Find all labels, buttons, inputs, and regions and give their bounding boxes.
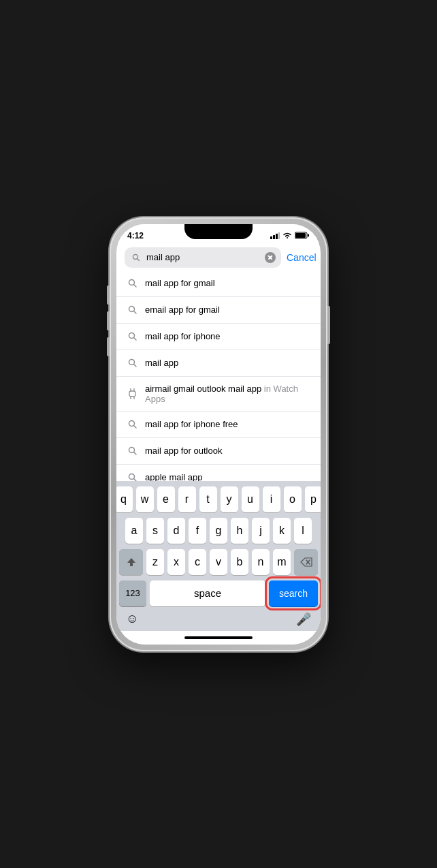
- list-item[interactable]: mail app for outlook: [116, 438, 321, 465]
- suggestion-text: mail app for iphone free: [145, 419, 238, 429]
- keyboard-row-bottom: 123 space search: [119, 580, 318, 606]
- home-bar[interactable]: [184, 636, 253, 639]
- key-z[interactable]: z: [146, 549, 164, 575]
- key-d[interactable]: d: [167, 518, 185, 544]
- search-input[interactable]: [146, 252, 261, 262]
- svg-rect-1: [273, 235, 275, 239]
- search-suggestion-icon: [126, 418, 138, 431]
- key-r[interactable]: r: [178, 486, 196, 512]
- status-icons: [270, 232, 310, 239]
- search-suggestion-icon: [126, 357, 138, 369]
- list-item[interactable]: airmail gmail outlook mail app in Watch …: [116, 377, 321, 412]
- svg-line-12: [133, 311, 136, 314]
- keyboard-row-3: z x c v b n m: [119, 549, 318, 575]
- shift-key[interactable]: [119, 549, 143, 575]
- key-p[interactable]: p: [305, 486, 321, 512]
- svg-rect-3: [278, 232, 280, 239]
- key-b[interactable]: b: [231, 549, 248, 575]
- key-w[interactable]: w: [136, 486, 154, 512]
- signal-icon: [270, 232, 280, 239]
- keyboard-row-2: a s d f g h j k l: [119, 518, 318, 544]
- list-item[interactable]: mail app for iphone free: [116, 412, 321, 438]
- svg-line-25: [133, 452, 136, 455]
- list-item[interactable]: email app for gmail: [116, 297, 321, 324]
- search-suggestion-icon: [126, 445, 138, 457]
- list-item[interactable]: mail app for gmail: [116, 270, 321, 297]
- status-bar: 4:12: [116, 224, 321, 243]
- volume-down-button[interactable]: [107, 311, 110, 330]
- wifi-icon: [282, 232, 292, 239]
- key-m[interactable]: m: [273, 549, 291, 575]
- screen: 4:12: [116, 224, 321, 645]
- svg-rect-2: [276, 234, 278, 239]
- status-time: 4:12: [127, 231, 144, 241]
- svg-rect-6: [308, 234, 309, 237]
- svg-rect-0: [270, 236, 272, 239]
- key-v[interactable]: v: [210, 549, 227, 575]
- keyboard: q w e r t y u i o p a s d f g h j k: [116, 481, 321, 631]
- key-g[interactable]: g: [210, 518, 227, 544]
- svg-line-14: [133, 338, 136, 341]
- microphone-icon[interactable]: 🎤: [296, 612, 311, 627]
- keyboard-row-1: q w e r t y u i o p: [119, 486, 318, 512]
- svg-line-23: [133, 426, 136, 429]
- key-a[interactable]: a: [125, 518, 143, 544]
- emoji-icon[interactable]: ☺: [126, 612, 138, 626]
- search-suggestion-icon: [126, 471, 138, 481]
- suggestion-text: mail app for gmail: [145, 278, 215, 288]
- key-s[interactable]: s: [146, 518, 164, 544]
- svg-rect-5: [295, 233, 306, 238]
- key-f[interactable]: f: [189, 518, 206, 544]
- key-q[interactable]: q: [116, 486, 133, 512]
- suggestion-text: mail app for iphone: [145, 331, 221, 341]
- search-button[interactable]: search: [269, 580, 318, 606]
- list-item[interactable]: mail app: [116, 350, 321, 377]
- search-suggestion-icon: [126, 277, 138, 290]
- list-item[interactable]: mail app for iphone: [116, 324, 321, 350]
- watch-suggestion-icon: [126, 388, 138, 400]
- key-n[interactable]: n: [252, 549, 270, 575]
- cancel-button[interactable]: Cancel: [287, 252, 317, 263]
- suggestion-text: mail app: [145, 358, 178, 368]
- silent-switch[interactable]: [107, 337, 110, 356]
- suggestions-list: mail app for gmail email app for gmail: [116, 270, 321, 481]
- key-e[interactable]: e: [157, 486, 175, 512]
- key-h[interactable]: h: [231, 518, 248, 544]
- suggestion-text: apple mail app: [145, 472, 203, 481]
- volume-up-button[interactable]: [107, 285, 110, 305]
- search-input-wrap[interactable]: [125, 247, 281, 268]
- keyboard-icon-row: ☺ 🎤: [119, 609, 318, 628]
- numbers-key[interactable]: 123: [119, 580, 146, 606]
- suggestion-text: mail app for outlook: [145, 446, 222, 456]
- key-i[interactable]: i: [263, 486, 280, 512]
- key-x[interactable]: x: [167, 549, 185, 575]
- key-l[interactable]: l: [294, 518, 312, 544]
- clear-button[interactable]: [265, 252, 276, 263]
- svg-line-10: [133, 285, 136, 288]
- search-bar-area: Cancel: [116, 243, 321, 270]
- power-button[interactable]: [327, 306, 330, 344]
- key-o[interactable]: o: [284, 486, 302, 512]
- phone-frame: 4:12: [110, 217, 327, 651]
- list-item[interactable]: apple mail app: [116, 465, 321, 481]
- space-key[interactable]: space: [150, 580, 265, 606]
- notch: [184, 224, 253, 239]
- svg-line-8: [137, 258, 140, 260]
- key-t[interactable]: t: [199, 486, 217, 512]
- key-y[interactable]: y: [221, 486, 238, 512]
- search-suggestion-icon: [126, 304, 138, 316]
- delete-key[interactable]: [294, 549, 318, 575]
- home-indicator: [116, 631, 321, 645]
- key-j[interactable]: j: [252, 518, 270, 544]
- key-c[interactable]: c: [189, 549, 206, 575]
- search-icon: [130, 251, 142, 264]
- key-k[interactable]: k: [273, 518, 291, 544]
- suggestion-text: airmail gmail outlook mail app in Watch …: [145, 384, 311, 404]
- key-u[interactable]: u: [242, 486, 259, 512]
- svg-rect-17: [129, 391, 135, 397]
- battery-icon: [295, 232, 310, 239]
- search-suggestion-icon: [126, 330, 138, 343]
- svg-line-16: [133, 365, 136, 367]
- suggestion-text: email app for gmail: [145, 305, 220, 315]
